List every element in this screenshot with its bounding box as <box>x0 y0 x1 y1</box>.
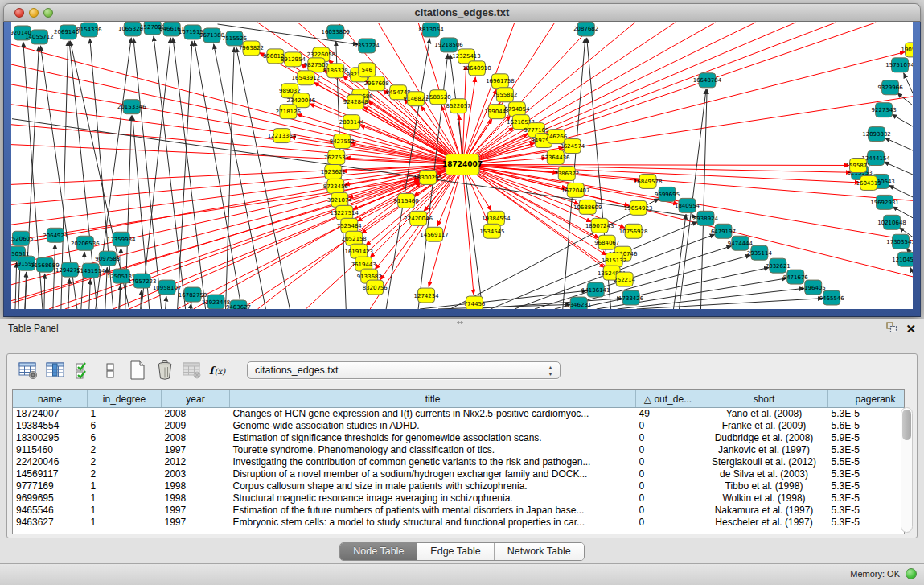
graph-node-label: 8813054 <box>419 27 445 33</box>
tab-edge-table[interactable]: Edge Table <box>417 543 494 560</box>
graph-node-label: 1588520 <box>426 94 451 101</box>
table-cell-title: Embryonic stem cells: a model to study s… <box>230 517 636 529</box>
table-cell-title: Investigating the contribution of common… <box>230 456 636 468</box>
table-cell-short: Hescheler et al. (1997) <box>700 517 828 529</box>
table-cell-in_degree: 1 <box>88 408 162 421</box>
network-canvas[interactable]: 1872400792014031405571220691406815433610… <box>11 22 913 309</box>
table-settings-icon[interactable] <box>17 359 39 381</box>
table-row[interactable]: 946362711997Embryonic stem cells: a mode… <box>13 517 905 529</box>
graph-node-label: 7032621 <box>766 263 791 270</box>
column-header-pagerank[interactable]: pagerank <box>828 390 906 408</box>
checkbox-column-icon[interactable] <box>99 359 121 381</box>
table-row[interactable]: 969969511998Structural magnetic resonanc… <box>13 492 905 505</box>
table-cell-year: 1998 <box>162 480 230 492</box>
graph-node-label: 16849578 <box>634 179 663 185</box>
column-header-short[interactable]: short <box>700 390 828 408</box>
node-table[interactable]: namein_degreeyeartitle△ out_de...shortpa… <box>12 389 905 534</box>
table-row[interactable]: 946554611997Estimation of the future num… <box>13 505 905 517</box>
table-cell-name: 9115460 <box>13 444 88 456</box>
graph-node-label: 6479197 <box>711 229 736 235</box>
graph-edge <box>462 165 851 173</box>
table-cell-title: Estimation of the future numbers of pati… <box>230 505 636 517</box>
table-cell-out_degree: 0 <box>636 492 700 505</box>
graph-node-label: 15751074 <box>885 62 913 68</box>
table-vertical-scrollbar[interactable] <box>901 407 913 533</box>
graph-node-label: 8938924 <box>693 216 719 222</box>
graph-node-label: 1604319 <box>856 180 881 187</box>
table-cell-year: 2009 <box>162 420 230 432</box>
graph-node-label: 19218506 <box>434 42 463 48</box>
table-row[interactable]: 911546021997Tourette syndrome. Phenomeno… <box>13 444 905 456</box>
graph-node-label: 7627531 <box>324 154 349 161</box>
graph-node-label: 13227514 <box>331 210 359 216</box>
graph-node-label: 23364436 <box>541 154 570 161</box>
graph-node-label: 12213364 <box>268 133 297 139</box>
function-builder-icon[interactable]: f (x) <box>208 359 231 381</box>
table-cell-in_degree: 1 <box>88 480 162 492</box>
column-visibility-icon[interactable] <box>44 359 67 381</box>
table-cell-short: Stergiakouli et al. (2012) <box>700 456 828 468</box>
graph-node-label: 7525484 <box>337 223 363 229</box>
table-cell-in_degree: 6 <box>88 420 162 432</box>
float-window-icon[interactable] <box>885 321 897 336</box>
graph-edge <box>166 296 166 309</box>
table-cell-name: 14569117 <box>13 468 88 480</box>
table-row[interactable]: 1456911722003Disruption of a novel membe… <box>13 468 905 480</box>
table-cell-in_degree: 1 <box>88 505 162 517</box>
table-row[interactable]: 1872400712008Changes of HCN gene express… <box>13 408 905 421</box>
graph-node-label: 18724007 <box>442 160 483 168</box>
column-header-out_degree[interactable]: △ out_de... <box>636 390 700 408</box>
column-header-name[interactable]: name <box>13 390 88 408</box>
graph-node-label: 15692931 <box>870 200 899 206</box>
table-cell-title: Genome-wide association studies in ADHD. <box>230 420 636 432</box>
table-row[interactable]: 2242004622012Investigating the contribut… <box>13 456 905 468</box>
graph-node-label: 6794054 <box>504 106 530 113</box>
column-header-in_degree[interactable]: in_degree <box>88 390 162 408</box>
graph-node-label: 9346231 <box>566 302 591 308</box>
table-row[interactable]: 1830029562008Estimation of significance … <box>13 432 905 444</box>
column-header-title[interactable]: title <box>230 390 636 408</box>
table-cell-out_degree: 49 <box>636 408 700 421</box>
table-selector-dropdown[interactable]: citations_edges.txt ▲▼ <box>247 361 561 379</box>
network-graph[interactable]: 1872400792014031405571220691406815433610… <box>11 22 913 309</box>
table-row[interactable]: 1938455462009Genome-wide association stu… <box>13 420 905 432</box>
close-panel-icon[interactable]: ✕ <box>906 323 916 336</box>
graph-node-label: 14055712 <box>25 34 54 40</box>
graph-node-label: 19384554 <box>482 216 511 222</box>
graph-node-label: 1534545 <box>479 229 504 235</box>
graph-edge <box>214 44 266 309</box>
table-cell-title: Tourette syndrome. Phenomenology and cla… <box>230 444 636 456</box>
table-cell-year: 1998 <box>162 492 230 505</box>
new-file-icon[interactable] <box>126 359 149 381</box>
window-titlebar[interactable]: citations_edges.txt <box>3 3 921 22</box>
graph-node-label: 18907243 <box>585 223 614 229</box>
graph-edge <box>11 165 462 185</box>
table-cell-name: 18724007 <box>13 408 88 421</box>
graph-node-label: 9133682 <box>357 274 382 280</box>
table-cell-in_degree: 2 <box>88 456 162 468</box>
tab-network-table[interactable]: Network Table <box>495 543 584 560</box>
memory-ok-indicator-icon <box>906 568 917 579</box>
graph-edge <box>44 274 45 309</box>
graph-node-label: 9777169 <box>524 127 548 134</box>
graph-node-label: 9329966 <box>878 84 903 91</box>
graph-node-label: 16648784 <box>693 77 722 84</box>
delete-trash-icon[interactable] <box>154 359 176 381</box>
table-cell-year: 1997 <box>162 517 230 529</box>
graph-node-label: 9474444 <box>728 241 754 247</box>
column-header-year[interactable]: year <box>162 390 230 408</box>
split-divider-grip[interactable] <box>456 320 464 325</box>
graph-node-label: 1815132 <box>602 257 626 264</box>
table-cell-year: 1997 <box>162 505 230 517</box>
scrollbar-thumb[interactable] <box>902 410 911 440</box>
select-all-checks-icon[interactable] <box>72 359 94 381</box>
status-bar: Memory: OK <box>0 563 924 585</box>
graph-node-label: 9684067 <box>594 240 619 246</box>
table-cell-in_degree: 2 <box>88 468 162 480</box>
table-row[interactable]: 977716911998Corpus callosum shape and si… <box>13 480 905 492</box>
tab-node-table[interactable]: Node Table <box>340 543 417 560</box>
table-cell-short: Franke et al. (2009) <box>700 420 828 432</box>
table-cell-out_degree: 0 <box>636 444 700 456</box>
graph-node-label: 1595871 <box>846 163 871 169</box>
graph-node-label: 14569117 <box>420 232 449 238</box>
